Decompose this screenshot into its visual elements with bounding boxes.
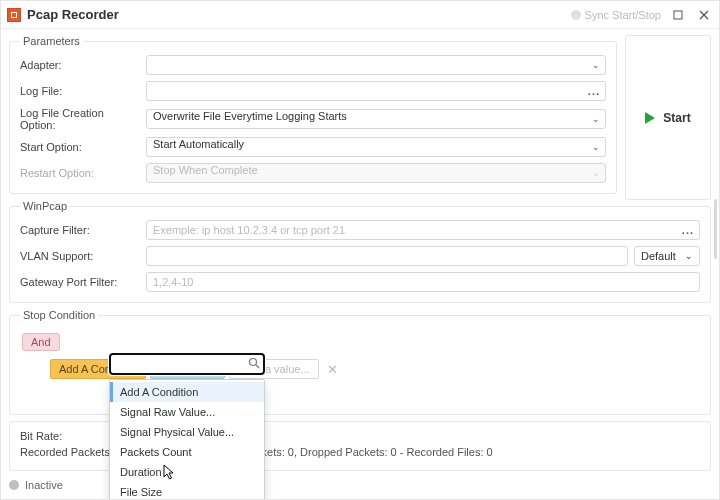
adapter-label: Adapter:	[20, 59, 138, 71]
sync-label: Sync Start/Stop	[585, 9, 661, 21]
capture-filter-input[interactable]	[146, 220, 700, 240]
condition-menu: Add A Condition Signal Raw Value... Sign…	[109, 379, 265, 499]
play-icon	[645, 112, 655, 124]
start-option-label: Start Option:	[20, 141, 138, 153]
stop-condition-legend: Stop Condition	[20, 309, 98, 321]
app-title: Pcap Recorder	[27, 7, 119, 22]
titlebar: Pcap Recorder Sync Start/Stop	[1, 1, 719, 29]
menu-item-duration[interactable]: Duration	[110, 462, 264, 482]
adapter-select[interactable]	[146, 55, 606, 75]
restart-option-select: Stop When Complete	[146, 163, 606, 183]
vlan-support-label: VLAN Support:	[20, 250, 138, 262]
sync-icon	[571, 10, 581, 20]
parameters-group: Parameters Adapter: ⌄ Log File: ...	[9, 35, 617, 194]
parameters-legend: Parameters	[20, 35, 83, 47]
scrollbar[interactable]	[714, 199, 717, 259]
restart-option-label: Restart Option:	[20, 167, 138, 179]
menu-item-packets-count[interactable]: Packets Count	[110, 442, 264, 462]
chevron-down-icon: ⌄	[685, 251, 693, 261]
svg-point-3	[250, 359, 257, 366]
vlan-support-input[interactable]	[146, 246, 628, 266]
maximize-button[interactable]	[669, 6, 687, 24]
winpcap-legend: WinPcap	[20, 200, 70, 212]
status-indicator-icon	[9, 480, 19, 490]
app-icon	[7, 8, 21, 22]
svg-rect-0	[674, 11, 682, 19]
start-button-label: Start	[663, 111, 690, 125]
vlan-default-select[interactable]: Default ⌄	[634, 246, 700, 266]
gateway-port-label: Gateway Port Filter:	[20, 276, 138, 288]
sync-toggle[interactable]: Sync Start/Stop	[571, 9, 661, 21]
start-button[interactable]: Start	[637, 105, 698, 131]
svg-line-4	[256, 365, 259, 368]
creation-option-label: Log File Creation Option:	[20, 107, 138, 131]
condition-search-input[interactable]	[109, 353, 265, 375]
logic-and-chip[interactable]: And	[22, 333, 60, 351]
capture-filter-label: Capture Filter:	[20, 224, 138, 236]
vlan-default-value: Default	[641, 250, 676, 262]
logfile-label: Log File:	[20, 85, 138, 97]
menu-item-file-size[interactable]: File Size	[110, 482, 264, 499]
creation-option-select[interactable]: Overwrite File Everytime Logging Starts	[146, 109, 606, 129]
clear-condition-icon[interactable]: ✕	[323, 362, 342, 377]
menu-item-signal-raw[interactable]: Signal Raw Value...	[110, 402, 264, 422]
start-option-select[interactable]: Start Automatically	[146, 137, 606, 157]
gateway-port-input[interactable]	[146, 272, 700, 292]
logfile-input[interactable]	[146, 81, 606, 101]
menu-item-signal-physical[interactable]: Signal Physical Value...	[110, 422, 264, 442]
winpcap-group: WinPcap Capture Filter: ... VLAN Support…	[9, 200, 711, 303]
close-button[interactable]	[695, 6, 713, 24]
status-text: Inactive	[25, 479, 63, 491]
menu-item-add-condition[interactable]: Add A Condition	[110, 382, 264, 402]
start-panel: Start	[625, 35, 711, 200]
search-icon	[248, 357, 260, 371]
